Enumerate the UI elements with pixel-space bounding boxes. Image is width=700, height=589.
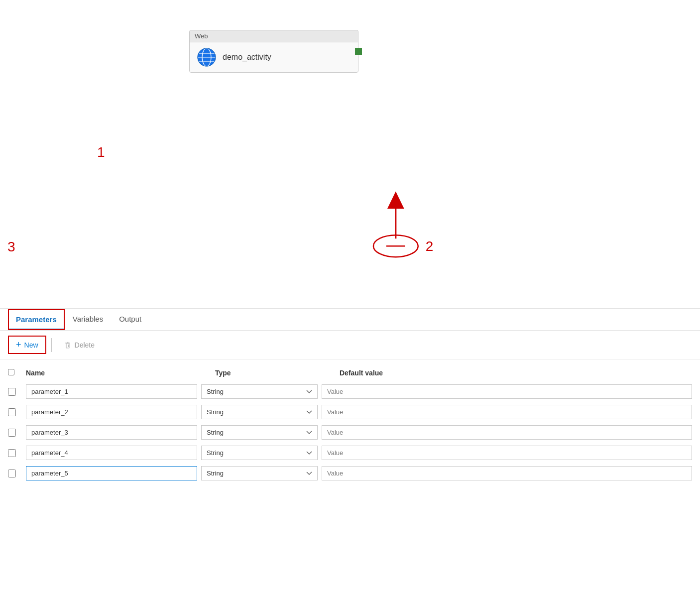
type-select-5[interactable]: StringBoolIntFloatArrayObjectSecureStrin… bbox=[201, 466, 318, 480]
row-default-3 bbox=[322, 425, 692, 440]
row-checkbox-4[interactable] bbox=[8, 449, 16, 457]
tab-variables[interactable]: Variables bbox=[65, 309, 111, 331]
row-name-5 bbox=[26, 466, 197, 480]
delete-button[interactable]: Delete bbox=[57, 338, 102, 352]
activity-node-header: Web bbox=[190, 30, 358, 42]
annotation-3: 3 bbox=[7, 239, 15, 255]
row-name-2 bbox=[26, 405, 197, 419]
table-header: Name Type Default value bbox=[8, 364, 692, 381]
svg-rect-8 bbox=[66, 344, 69, 348]
type-select-3[interactable]: StringBoolIntFloatArrayObjectSecureStrin… bbox=[201, 425, 318, 440]
annotation-2-text: 2 bbox=[426, 238, 434, 254]
name-input-5[interactable] bbox=[26, 466, 197, 480]
globe-icon bbox=[197, 47, 217, 67]
new-button[interactable]: + New bbox=[8, 336, 46, 354]
delete-button-label: Delete bbox=[75, 341, 95, 349]
arrow-up-annotation bbox=[387, 191, 404, 238]
activity-name-label: demo_activity bbox=[223, 53, 271, 62]
col-header-name: Name bbox=[26, 369, 215, 377]
row-checkbox-cell-5 bbox=[8, 470, 26, 477]
row-checkbox-5[interactable] bbox=[8, 470, 16, 477]
name-input-2[interactable] bbox=[26, 405, 197, 419]
row-type-1: StringBoolIntFloatArrayObjectSecureStrin… bbox=[197, 384, 322, 399]
row-checkbox-3[interactable] bbox=[8, 429, 16, 437]
svg-marker-7 bbox=[387, 191, 404, 209]
activity-node-body: demo_activity bbox=[190, 42, 358, 72]
canvas-area: Web demo_activity 1 3 bbox=[0, 0, 700, 309]
header-checkbox[interactable] bbox=[8, 369, 14, 375]
type-select-2[interactable]: StringBoolIntFloatArrayObjectSecureStrin… bbox=[201, 405, 318, 419]
type-select-4[interactable]: StringBoolIntFloatArrayObjectSecureStrin… bbox=[201, 446, 318, 460]
default-input-4[interactable] bbox=[322, 446, 692, 460]
row-type-4: StringBoolIntFloatArrayObjectSecureStrin… bbox=[197, 446, 322, 460]
trash-icon bbox=[64, 341, 72, 349]
plus-icon: + bbox=[16, 340, 21, 350]
row-checkbox-cell-1 bbox=[8, 388, 26, 396]
table-row: StringBoolIntFloatArrayObjectSecureStrin… bbox=[8, 443, 692, 463]
row-checkbox-cell-2 bbox=[8, 408, 26, 416]
activity-header-label: Web bbox=[195, 32, 208, 40]
toolbar-divider bbox=[51, 338, 52, 352]
green-square-indicator bbox=[355, 48, 362, 55]
row-name-3 bbox=[26, 425, 197, 440]
row-default-1 bbox=[322, 384, 692, 399]
row-type-2: StringBoolIntFloatArrayObjectSecureStrin… bbox=[197, 405, 322, 419]
row-default-2 bbox=[322, 405, 692, 419]
row-checkbox-cell-4 bbox=[8, 449, 26, 457]
bottom-panel: Parameters Variables Output + New Delete bbox=[0, 309, 700, 488]
type-select-1[interactable]: StringBoolIntFloatArrayObjectSecureStrin… bbox=[201, 384, 318, 399]
new-button-label: New bbox=[24, 341, 38, 349]
table-row: StringBoolIntFloatArrayObjectSecureStrin… bbox=[8, 422, 692, 443]
minus-oval bbox=[373, 235, 418, 257]
row-default-5 bbox=[322, 466, 692, 480]
name-input-4[interactable] bbox=[26, 446, 197, 460]
default-input-2[interactable] bbox=[322, 405, 692, 419]
row-type-3: StringBoolIntFloatArrayObjectSecureStrin… bbox=[197, 425, 322, 440]
default-input-1[interactable] bbox=[322, 384, 692, 399]
annotation-1: 1 bbox=[97, 144, 105, 160]
tab-parameters[interactable]: Parameters bbox=[8, 309, 65, 330]
name-input-3[interactable] bbox=[26, 425, 197, 440]
default-input-5[interactable] bbox=[322, 466, 692, 480]
row-checkbox-1[interactable] bbox=[8, 388, 16, 396]
tabs-bar: Parameters Variables Output bbox=[0, 309, 700, 331]
header-checkbox-cell bbox=[8, 368, 26, 377]
col-header-type: Type bbox=[215, 369, 340, 377]
row-default-4 bbox=[322, 446, 692, 460]
toolbar: + New Delete bbox=[0, 331, 700, 359]
col-header-default: Default value bbox=[340, 369, 692, 377]
tab-output[interactable]: Output bbox=[111, 309, 149, 331]
activity-node[interactable]: Web demo_activity bbox=[189, 30, 358, 73]
row-name-1 bbox=[26, 384, 197, 399]
table-row: StringBoolIntFloatArrayObjectSecureStrin… bbox=[8, 381, 692, 402]
table-row: StringBoolIntFloatArrayObjectSecureStrin… bbox=[8, 402, 692, 422]
row-type-5: StringBoolIntFloatArrayObjectSecureStrin… bbox=[197, 466, 322, 480]
row-checkbox-cell-3 bbox=[8, 429, 26, 437]
default-input-3[interactable] bbox=[322, 425, 692, 440]
table-row: StringBoolIntFloatArrayObjectSecureStrin… bbox=[8, 463, 692, 483]
row-name-4 bbox=[26, 446, 197, 460]
params-table: Name Type Default value StringBoolIntFlo… bbox=[0, 359, 700, 488]
row-checkbox-2[interactable] bbox=[8, 408, 16, 416]
name-input-1[interactable] bbox=[26, 384, 197, 399]
